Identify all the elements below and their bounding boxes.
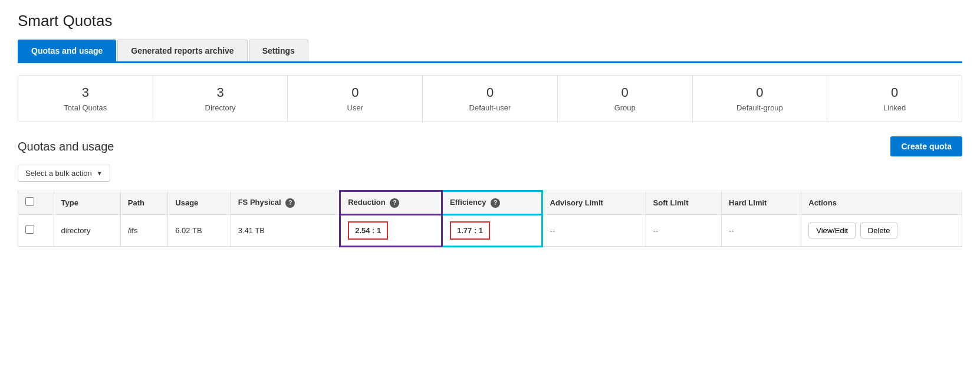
summary-default-group: 0 Default-group <box>693 76 828 122</box>
tab-reports-archive[interactable]: Generated reports archive <box>117 40 247 61</box>
user-count: 0 <box>294 85 416 100</box>
summary-bar: 3 Total Quotas 3 Directory 0 User 0 Defa… <box>18 75 962 122</box>
create-quota-button[interactable]: Create quota <box>890 136 962 156</box>
view-edit-button[interactable]: View/Edit <box>808 223 856 238</box>
default-group-count: 0 <box>699 85 821 100</box>
reduction-help-icon[interactable]: ? <box>390 198 399 208</box>
quotas-table: Type Path Usage FS Physical ? Reduction … <box>18 190 962 247</box>
th-reduction: Reduction ? <box>340 191 442 215</box>
th-path: Path <box>120 191 167 215</box>
summary-user: 0 User <box>288 76 423 122</box>
td-efficiency: 1.77 : 1 <box>442 214 542 246</box>
th-type: Type <box>54 191 120 215</box>
directory-label: Directory <box>205 103 236 112</box>
td-soft-limit: -- <box>646 214 722 246</box>
reduction-value: 2.54 : 1 <box>348 221 388 240</box>
td-fs-physical: 3.41 TB <box>231 214 340 246</box>
tab-settings[interactable]: Settings <box>249 40 308 61</box>
bulk-action-dropdown[interactable]: Select a bulk action ▼ <box>18 165 110 182</box>
default-user-label: Default-user <box>469 103 511 112</box>
linked-label: Linked <box>883 103 906 112</box>
td-reduction: 2.54 : 1 <box>340 214 442 246</box>
group-label: Group <box>614 103 636 112</box>
td-actions: View/Edit Delete <box>801 214 962 246</box>
th-efficiency: Efficiency ? <box>442 191 542 215</box>
total-quotas-count: 3 <box>24 85 147 100</box>
directory-count: 3 <box>159 85 282 100</box>
total-quotas-label: Total Quotas <box>64 103 107 112</box>
td-type: directory <box>54 214 120 246</box>
td-usage: 6.02 TB <box>168 214 231 246</box>
efficiency-value: 1.77 : 1 <box>450 221 490 240</box>
quotas-section-title: Quotas and usage <box>18 140 114 153</box>
table-row: directory /ifs 6.02 TB 3.41 TB 2.54 : 1 … <box>18 214 962 246</box>
section-header: Quotas and usage Create quota <box>18 136 962 156</box>
fs-physical-help-icon[interactable]: ? <box>285 198 295 208</box>
td-path: /ifs <box>120 214 167 246</box>
row-checkbox[interactable] <box>25 225 34 234</box>
summary-total-quotas: 3 Total Quotas <box>18 76 153 122</box>
td-checkbox <box>18 214 54 246</box>
th-soft-limit: Soft Limit <box>646 191 722 215</box>
dropdown-arrow-icon: ▼ <box>97 170 103 176</box>
user-label: User <box>347 103 363 112</box>
th-checkbox <box>18 191 54 215</box>
summary-group: 0 Group <box>558 76 693 122</box>
linked-count: 0 <box>833 85 956 100</box>
select-all-checkbox[interactable] <box>25 197 34 206</box>
delete-button[interactable]: Delete <box>860 223 898 238</box>
summary-linked: 0 Linked <box>827 76 962 122</box>
tab-quotas-usage[interactable]: Quotas and usage <box>18 40 116 61</box>
th-fs-physical: FS Physical ? <box>231 191 340 215</box>
summary-default-user: 0 Default-user <box>423 76 558 122</box>
th-hard-limit: Hard Limit <box>722 191 801 215</box>
th-usage: Usage <box>168 191 231 215</box>
group-count: 0 <box>564 85 686 100</box>
default-user-count: 0 <box>429 85 551 100</box>
table-header-row: Type Path Usage FS Physical ? Reduction … <box>18 191 962 215</box>
default-group-label: Default-group <box>736 103 783 112</box>
summary-directory: 3 Directory <box>153 76 288 122</box>
bulk-action-label: Select a bulk action <box>25 169 92 178</box>
page-title: Smart Quotas <box>18 12 962 30</box>
th-actions: Actions <box>801 191 962 215</box>
td-advisory-limit: -- <box>542 214 646 246</box>
tabs-container: Quotas and usage Generated reports archi… <box>18 40 962 63</box>
th-advisory-limit: Advisory Limit <box>542 191 646 215</box>
efficiency-help-icon[interactable]: ? <box>491 198 500 208</box>
td-hard-limit: -- <box>722 214 801 246</box>
